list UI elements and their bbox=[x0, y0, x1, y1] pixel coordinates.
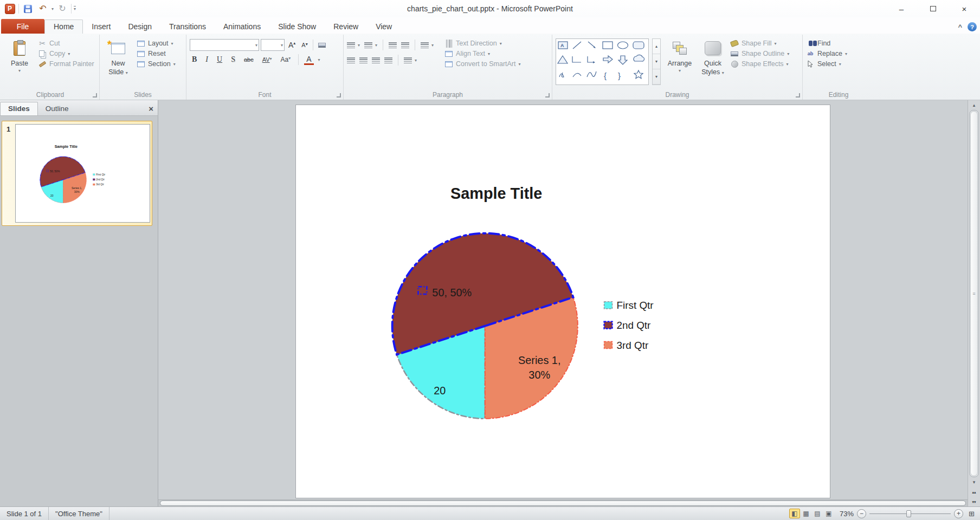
tab-transitions[interactable]: Transitions bbox=[160, 20, 215, 34]
font-size-combo[interactable]: ▾ bbox=[261, 39, 285, 51]
slide-canvas[interactable]: Sample Title2050, 50%Series 1,30%First Q… bbox=[295, 105, 830, 498]
decrease-indent-button[interactable] bbox=[389, 42, 397, 48]
font-name-combo[interactable]: ▾ bbox=[190, 39, 259, 51]
data-label-line2[interactable]: 30% bbox=[528, 369, 550, 381]
columns-button[interactable]: ▾ bbox=[404, 57, 417, 63]
justify-button[interactable] bbox=[384, 57, 392, 63]
close-panel-icon[interactable]: × bbox=[149, 105, 153, 113]
strikethrough-button[interactable]: abc bbox=[242, 56, 256, 63]
shrink-font-button[interactable]: A▾ bbox=[299, 41, 310, 49]
data-label[interactable]: 20 bbox=[50, 194, 54, 197]
chart-title[interactable]: Sample Title bbox=[55, 144, 78, 149]
text-direction-button[interactable]: Text Direction▾ bbox=[444, 40, 520, 47]
change-case-button[interactable]: Aa▾ bbox=[279, 55, 293, 64]
next-slide-button[interactable]: ▾▾ bbox=[968, 497, 980, 506]
vertical-scrollbar-thumb[interactable]: ≡ bbox=[970, 111, 978, 476]
slide-sorter-view-button[interactable]: ▦ bbox=[801, 509, 811, 518]
powerpoint-app-icon[interactable]: P bbox=[3, 2, 16, 15]
scroll-up-button[interactable]: ▴ bbox=[968, 100, 980, 110]
clipboard-dialog-launcher[interactable] bbox=[93, 93, 97, 98]
legend-swatch-2[interactable] bbox=[604, 322, 612, 329]
tab-view[interactable]: View bbox=[367, 20, 401, 34]
data-label[interactable]: 20 bbox=[434, 385, 446, 396]
cut-button[interactable]: ✂Cut bbox=[38, 40, 94, 47]
zoom-slider-thumb[interactable] bbox=[906, 510, 911, 517]
new-slide-button[interactable]: New Slide ▾ bbox=[103, 36, 133, 90]
tab-insert[interactable]: Insert bbox=[83, 20, 119, 34]
legend-swatch-1[interactable] bbox=[93, 174, 95, 176]
italic-button[interactable]: I bbox=[203, 55, 210, 64]
tab-review[interactable]: Review bbox=[325, 20, 367, 34]
help-icon[interactable]: ? bbox=[968, 22, 977, 31]
close-button[interactable]: × bbox=[949, 0, 980, 17]
save-button[interactable] bbox=[21, 2, 34, 15]
legend-swatch-2[interactable] bbox=[93, 179, 95, 180]
restore-button[interactable] bbox=[917, 0, 949, 17]
shape-outline-button[interactable]: Shape Outline▾ bbox=[730, 50, 789, 57]
legend-label[interactable]: 2nd Qtr bbox=[96, 178, 105, 181]
shape-effects-button[interactable]: Shape Effects▾ bbox=[730, 60, 789, 68]
chart-title[interactable]: Sample Title bbox=[450, 185, 542, 202]
convert-smartart-button[interactable]: Convert to SmartArt▾ bbox=[444, 60, 520, 68]
paste-dropdown[interactable]: ▾ bbox=[18, 68, 21, 74]
legend-swatch-3[interactable] bbox=[93, 184, 95, 185]
zoom-slider[interactable] bbox=[869, 509, 951, 518]
align-right-button[interactable] bbox=[372, 57, 380, 63]
format-painter-button[interactable]: Format Painter bbox=[38, 60, 94, 68]
fit-to-window-button[interactable]: ⊞ bbox=[966, 509, 977, 518]
previous-slide-button[interactable]: ▴▴ bbox=[968, 487, 980, 497]
tab-outline[interactable]: Outline bbox=[38, 102, 76, 115]
gallery-up-icon[interactable]: ▴ bbox=[653, 39, 660, 54]
quick-styles-button[interactable]: Quick Styles ▾ bbox=[699, 36, 727, 90]
shadow-button[interactable]: S bbox=[229, 55, 237, 64]
normal-view-button[interactable]: ◧ bbox=[789, 509, 800, 518]
arrange-button[interactable]: Arrange ▾ bbox=[664, 36, 695, 90]
tab-home[interactable]: Home bbox=[44, 20, 83, 34]
tab-animations[interactable]: Animations bbox=[215, 20, 269, 34]
data-label[interactable]: 50, 50% bbox=[432, 287, 472, 298]
select-button[interactable]: Select▾ bbox=[806, 60, 847, 68]
customize-qat-button[interactable]: ▾ bbox=[74, 6, 76, 11]
slide-thumbnail-selected[interactable]: 1 Sample Title2050, 50%Series 1,30%First… bbox=[2, 121, 152, 226]
font-dialog-launcher[interactable] bbox=[337, 93, 341, 98]
drawing-dialog-launcher[interactable] bbox=[796, 93, 800, 98]
numbering-button[interactable]: ▾ bbox=[364, 42, 377, 48]
data-label-line2[interactable]: 30% bbox=[74, 191, 80, 193]
replace-button[interactable]: abReplace▾ bbox=[806, 50, 847, 57]
clear-formatting-button[interactable] bbox=[316, 42, 328, 48]
legend-label[interactable]: First Qtr bbox=[96, 173, 105, 176]
slide-editor-area[interactable]: Sample Title2050, 50%Series 1,30%First Q… bbox=[158, 100, 968, 506]
scroll-down-button[interactable]: ▾ bbox=[968, 477, 980, 487]
tab-design[interactable]: Design bbox=[119, 20, 160, 34]
legend-label[interactable]: First Qtr bbox=[616, 300, 653, 311]
bullets-button[interactable]: ▾ bbox=[347, 42, 360, 48]
font-color-dropdown[interactable]: ▾ bbox=[318, 57, 320, 62]
redo-button[interactable]: ↻ bbox=[56, 2, 69, 15]
copy-button[interactable]: Copy▾ bbox=[38, 50, 94, 57]
reading-view-button[interactable]: ▤ bbox=[812, 509, 823, 518]
tab-slide-show[interactable]: Slide Show bbox=[269, 20, 325, 34]
increase-indent-button[interactable] bbox=[401, 42, 409, 48]
collapse-ribbon-icon[interactable]: ^ bbox=[958, 23, 962, 31]
shape-fill-button[interactable]: Shape Fill▾ bbox=[730, 40, 789, 47]
gallery-more-icon[interactable]: ▾ bbox=[653, 69, 660, 84]
paste-button[interactable]: Paste ▾ bbox=[4, 36, 35, 90]
tab-slides-thumbnails[interactable]: Slides bbox=[0, 102, 38, 115]
reset-button[interactable]: Reset bbox=[137, 50, 176, 57]
zoom-in-button[interactable]: + bbox=[954, 509, 963, 518]
data-label[interactable]: Series 1, bbox=[72, 187, 82, 190]
underline-button[interactable]: U bbox=[215, 55, 224, 64]
zoom-out-button[interactable]: − bbox=[857, 509, 866, 518]
character-spacing-button[interactable]: AV▾ bbox=[260, 56, 274, 63]
horizontal-scrollbar-thumb[interactable] bbox=[160, 500, 966, 506]
legend-label[interactable]: 2nd Qtr bbox=[616, 320, 650, 331]
legend-label[interactable]: 3rd Qtr bbox=[616, 340, 648, 351]
legend-swatch-1[interactable] bbox=[604, 302, 612, 309]
undo-dropdown[interactable]: ▾ bbox=[51, 6, 54, 11]
find-button[interactable]: Find bbox=[806, 40, 847, 47]
undo-button[interactable]: ↶ bbox=[36, 2, 49, 15]
gallery-down-icon[interactable]: ▾ bbox=[653, 54, 660, 69]
vertical-scrollbar-track[interactable]: ≡ bbox=[969, 110, 979, 477]
bold-button[interactable]: B bbox=[190, 55, 199, 64]
slide-info[interactable]: Slide 1 of 1 bbox=[0, 507, 49, 520]
